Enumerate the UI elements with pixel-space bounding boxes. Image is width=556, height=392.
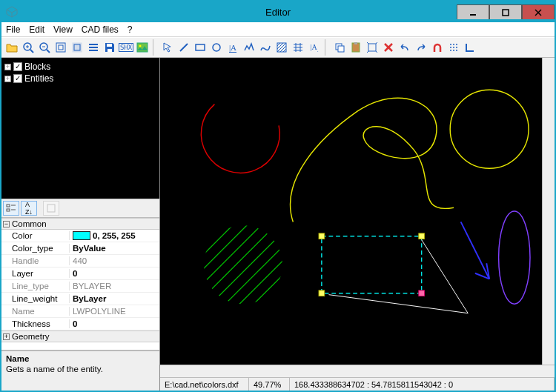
property-grid[interactable]: −Common Color 0, 255, 255 Color_type ByV… <box>1 218 159 351</box>
prop-line-type[interactable]: Line_type BYLAYER <box>1 280 159 293</box>
svg-point-19 <box>139 45 142 47</box>
svg-rect-17 <box>107 49 112 52</box>
desc-text: Gets a name of the entity. <box>6 365 155 373</box>
property-pages-icon[interactable] <box>43 201 59 216</box>
prop-name[interactable]: Name LWPOLYLINE <box>1 305 159 318</box>
body: + ✓ Blocks + ✓ Entities AZ↓ −Common <box>1 58 555 391</box>
svg-rect-16 <box>107 44 112 47</box>
svg-rect-44 <box>47 205 55 212</box>
polyline-icon[interactable] <box>242 40 257 55</box>
window-select-icon[interactable] <box>70 40 85 55</box>
copy-icon[interactable] <box>332 40 347 55</box>
green-hatch[interactable] <box>160 165 336 350</box>
svg-line-6 <box>30 50 33 53</box>
svg-marker-0 <box>7 7 17 13</box>
categorized-icon[interactable] <box>3 201 19 216</box>
category-common[interactable]: −Common <box>1 218 159 230</box>
red-arc[interactable] <box>201 104 279 173</box>
circle-icon[interactable] <box>209 40 224 55</box>
drawing-canvas[interactable] <box>160 58 555 365</box>
property-toolbar: AZ↓ <box>1 199 159 218</box>
ortho-icon[interactable] <box>463 40 477 55</box>
text-icon[interactable]: |A <box>225 40 240 55</box>
menu-view[interactable]: View <box>53 24 73 35</box>
entity-tree[interactable]: + ✓ Blocks + ✓ Entities <box>1 58 159 199</box>
color-swatch <box>73 231 90 240</box>
title-bar[interactable]: Editor <box>1 1 555 22</box>
zoom-out-icon[interactable] <box>37 40 52 55</box>
open-icon[interactable] <box>4 40 19 55</box>
category-geometry[interactable]: +Geometry <box>1 330 159 342</box>
checkbox[interactable]: ✓ <box>13 62 22 71</box>
svg-rect-18 <box>137 43 148 52</box>
line-icon[interactable] <box>176 40 191 55</box>
prop-color[interactable]: Color 0, 255, 255 <box>1 230 159 242</box>
selected-rectangle[interactable] <box>322 236 422 293</box>
delete-icon[interactable] <box>381 40 396 55</box>
rectangle-icon[interactable] <box>193 40 208 55</box>
svg-rect-59 <box>319 290 325 296</box>
horizontal-scrollbar[interactable] <box>160 365 555 377</box>
svg-point-36 <box>456 47 457 48</box>
svg-point-37 <box>450 50 451 51</box>
mtext-icon[interactable]: |A. <box>307 40 322 55</box>
redo-icon[interactable] <box>414 40 428 55</box>
checkbox[interactable]: ✓ <box>13 74 22 83</box>
menu-file[interactable]: File <box>6 24 20 35</box>
maximize-button[interactable] <box>489 4 522 19</box>
hatch-style-icon[interactable] <box>291 40 305 55</box>
menu-help[interactable]: ? <box>128 24 133 35</box>
status-coords: 168.433388634702 : 54.7815811543042 : 0 <box>290 378 555 391</box>
prop-line-weight[interactable]: Line_weight ByLayer <box>1 293 159 305</box>
layers-icon[interactable] <box>86 40 101 55</box>
menu-edit[interactable]: Edit <box>29 24 44 35</box>
tree-label: Blocks <box>24 62 50 72</box>
svg-point-34 <box>450 47 451 48</box>
vertical-scrollbar[interactable] <box>542 58 555 365</box>
tree-item-blocks[interactable]: + ✓ Blocks <box>4 61 156 73</box>
prop-handle[interactable]: Handle 440 <box>1 255 159 268</box>
expand-icon[interactable]: + <box>4 64 11 70</box>
yellow-spline[interactable] <box>291 98 454 222</box>
svg-point-39 <box>456 50 457 51</box>
tree-item-entities[interactable]: + ✓ Entities <box>4 73 156 84</box>
svg-line-50 <box>200 215 314 329</box>
svg-line-46 <box>186 201 300 315</box>
alphabetical-icon[interactable]: AZ↓ <box>21 201 37 216</box>
app-icon <box>6 6 18 18</box>
shx-icon[interactable]: SHX <box>119 40 133 55</box>
blue-arrow[interactable] <box>461 222 490 279</box>
save-icon[interactable] <box>102 40 117 55</box>
paste-icon[interactable] <box>348 40 363 55</box>
prop-thickness[interactable]: Thickness 0 <box>1 318 159 330</box>
prop-layer[interactable]: Layer 0 <box>1 268 159 280</box>
svg-line-49 <box>172 186 286 300</box>
grid-icon[interactable] <box>446 40 461 55</box>
svg-line-47 <box>193 207 308 322</box>
svg-line-53 <box>160 172 271 286</box>
close-button[interactable] <box>522 4 555 19</box>
selection-grips[interactable] <box>319 233 424 296</box>
zoom-in-icon[interactable] <box>21 40 36 55</box>
pointer-icon[interactable] <box>160 40 175 55</box>
svg-line-51 <box>208 222 322 336</box>
menu-cadfiles[interactable]: CAD files <box>82 24 119 35</box>
minimize-button[interactable] <box>457 4 489 19</box>
white-polyline[interactable] <box>328 240 468 313</box>
extents-icon[interactable] <box>365 40 380 55</box>
svg-rect-25 <box>338 46 344 52</box>
purple-ellipse[interactable] <box>499 211 530 304</box>
spline-icon[interactable] <box>258 40 273 55</box>
snap-icon[interactable] <box>430 40 445 55</box>
expand-icon[interactable]: + <box>4 76 11 82</box>
svg-point-35 <box>453 47 454 48</box>
prop-color-type[interactable]: Color_type ByValue <box>1 242 159 255</box>
toolbar-separator <box>325 39 329 56</box>
yellow-circle[interactable] <box>450 90 529 168</box>
svg-rect-60 <box>419 290 425 296</box>
hatch-icon[interactable] <box>274 40 289 55</box>
picture-icon[interactable] <box>135 40 150 55</box>
fit-view-icon[interactable] <box>53 40 68 55</box>
svg-rect-13 <box>59 45 63 50</box>
undo-icon[interactable] <box>397 40 412 55</box>
